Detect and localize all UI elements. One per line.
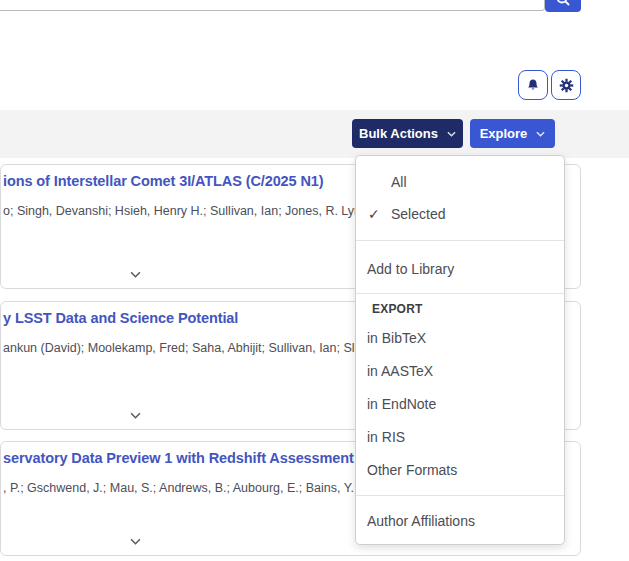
chevron-down-icon [536,131,545,137]
export-section-header: EXPORT [356,296,564,322]
chevron-down-icon [130,271,141,278]
explore-button[interactable]: Explore [470,119,555,148]
authors-text: o; Singh, Devanshi; Hsieh, Henry H.; Sul… [3,204,390,218]
chevron-down-icon [447,131,456,137]
menu-item-export-endnote[interactable]: in EndNote [356,388,564,421]
magnifier-icon [555,0,571,7]
menu-divider [356,495,564,496]
expand-abstract-button[interactable] [128,405,143,424]
explore-label: Explore [480,126,528,141]
authors-text: ankun (David); Moolekamp, Fred; Saha, Ab… [3,341,379,355]
gear-icon [559,78,574,93]
bell-icon [526,78,540,93]
menu-item-selected[interactable]: ✓ Selected [356,198,564,230]
menu-item-add-to-library[interactable]: Add to Library [356,251,564,287]
menu-item-export-ris[interactable]: in RIS [356,421,564,454]
check-icon: ✓ [368,198,388,230]
chevron-down-icon [130,538,141,545]
menu-item-label: All [391,174,407,190]
header-actions [518,70,581,100]
bulk-actions-button[interactable]: Bulk Actions [352,119,463,148]
menu-item-all[interactable]: All [356,166,564,198]
notifications-button[interactable] [518,70,548,100]
menu-item-other-formats[interactable]: Other Formats [356,454,564,487]
results-toolbar: Bulk Actions Explore [0,110,629,158]
menu-item-export-aastex[interactable]: in AASTeX [356,355,564,388]
bulk-actions-label: Bulk Actions [359,126,438,141]
menu-item-author-affiliations[interactable]: Author Affiliations [356,504,564,538]
search-button[interactable] [545,0,581,12]
menu-divider [356,293,564,294]
menu-divider [356,240,564,241]
ads-search-results-page: Bulk Actions Explore ions of Interstella… [0,0,629,561]
chevron-down-icon [130,412,141,419]
settings-button[interactable] [551,70,581,100]
menu-item-label: Selected [391,206,445,222]
search-input[interactable] [0,0,545,11]
menu-item-export-bibtex[interactable]: in BibTeX [356,322,564,355]
bulk-actions-menu: All ✓ Selected Add to Library EXPORT in … [355,155,565,545]
authors-text: , P.; Gschwend, J.; Mau, S.; Andrews, B.… [3,481,361,495]
expand-abstract-button[interactable] [128,264,143,283]
expand-abstract-button[interactable] [128,531,143,550]
